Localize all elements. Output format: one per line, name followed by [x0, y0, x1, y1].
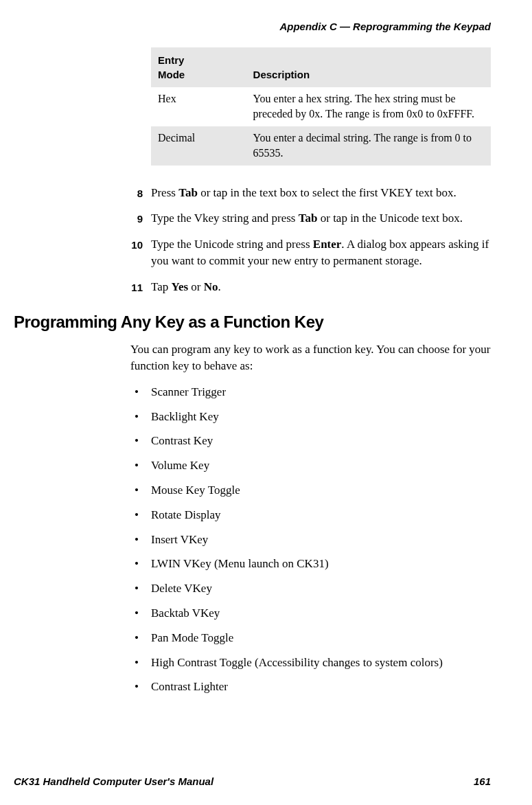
list-item: •Mouse Key Toggle: [130, 482, 491, 499]
step-item: 8 Press Tab or tap in the text box to se…: [130, 185, 491, 201]
table-row: Decimal You enter a decimal string. The …: [151, 126, 491, 166]
list-item: •Backlight Key: [130, 409, 491, 425]
bullet-text: Pan Mode Toggle: [151, 630, 491, 646]
th-line1: Entry: [158, 54, 184, 66]
list-item: •Insert VKey: [130, 532, 491, 548]
list-item: •Volume Key: [130, 457, 491, 474]
bullet-list: •Scanner Trigger •Backlight Key •Contras…: [130, 384, 491, 695]
bullet-text: Mouse Key Toggle: [151, 482, 491, 499]
footer-left: CK31 Handheld Computer User's Manual: [14, 774, 213, 789]
bullet-text: High Contrast Toggle (Accessibility chan…: [151, 655, 491, 671]
table-header-description: Description: [246, 47, 491, 87]
bullet-text: Backlight Key: [151, 409, 491, 425]
list-item: •Backtab VKey: [130, 605, 491, 622]
step-text: Type the Unicode string and press Enter.…: [151, 236, 491, 269]
cell-desc: You enter a hex string. The hex string m…: [246, 87, 491, 126]
bullet-icon: •: [130, 630, 151, 646]
table-row: Hex You enter a hex string. The hex stri…: [151, 87, 491, 126]
bullet-icon: •: [130, 532, 151, 548]
bullet-text: Contrast Key: [151, 433, 491, 449]
step-text: Type the Vkey string and press Tab or ta…: [151, 210, 491, 227]
bullet-icon: •: [130, 384, 151, 400]
th-line2: Mode: [158, 69, 185, 80]
bullet-icon: •: [130, 556, 151, 572]
cell-desc: You enter a decimal string. The range is…: [246, 126, 491, 166]
footer-page-number: 161: [474, 774, 491, 789]
step-item: 9 Type the Vkey string and press Tab or …: [130, 210, 491, 227]
table-header-entry-mode: Entry Mode: [151, 47, 246, 87]
bullet-text: Contrast Lighter: [151, 679, 491, 695]
bullet-text: LWIN VKey (Menu launch on CK31): [151, 556, 491, 572]
bullet-text: Insert VKey: [151, 532, 491, 548]
list-item: •Rotate Display: [130, 507, 491, 523]
bullet-icon: •: [130, 655, 151, 671]
bullet-icon: •: [130, 580, 151, 597]
bullet-text: Rotate Display: [151, 507, 491, 523]
step-item: 10 Type the Unicode string and press Ent…: [130, 236, 491, 269]
bullet-text: Scanner Trigger: [151, 384, 491, 400]
bullet-icon: •: [130, 507, 151, 523]
bullet-icon: •: [130, 482, 151, 499]
step-text: Press Tab or tap in the text box to sele…: [151, 185, 491, 201]
step-number: 8: [130, 185, 151, 201]
bullet-icon: •: [130, 605, 151, 622]
bullet-text: Backtab VKey: [151, 605, 491, 622]
step-number: 9: [130, 210, 151, 227]
list-item: •Scanner Trigger: [130, 384, 491, 400]
step-number: 11: [130, 279, 151, 295]
bullet-text: Volume Key: [151, 457, 491, 474]
step-item: 11 Tap Yes or No.: [130, 279, 491, 295]
list-item: •Pan Mode Toggle: [130, 630, 491, 646]
bullet-text: Delete VKey: [151, 580, 491, 597]
cell-mode: Hex: [151, 87, 246, 126]
steps-list: 8 Press Tab or tap in the text box to se…: [130, 185, 491, 295]
bullet-icon: •: [130, 409, 151, 425]
section-paragraph: You can program any key to work as a fun…: [130, 341, 491, 374]
bullet-icon: •: [130, 457, 151, 474]
cell-mode: Decimal: [151, 126, 246, 166]
section-heading: Programming Any Key as a Function Key: [14, 310, 491, 334]
list-item: •High Contrast Toggle (Accessibility cha…: [130, 655, 491, 671]
list-item: •Delete VKey: [130, 580, 491, 597]
page-footer: CK31 Handheld Computer User's Manual 161: [14, 774, 491, 789]
list-item: •Contrast Lighter: [130, 679, 491, 695]
page-header: Appendix C — Reprogramming the Keypad: [14, 19, 491, 34]
entry-mode-table: Entry Mode Description Hex You enter a h…: [151, 47, 491, 166]
bullet-icon: •: [130, 679, 151, 695]
step-number: 10: [130, 236, 151, 269]
bullet-icon: •: [130, 433, 151, 449]
list-item: •Contrast Key: [130, 433, 491, 449]
list-item: •LWIN VKey (Menu launch on CK31): [130, 556, 491, 572]
step-text: Tap Yes or No.: [151, 279, 491, 295]
